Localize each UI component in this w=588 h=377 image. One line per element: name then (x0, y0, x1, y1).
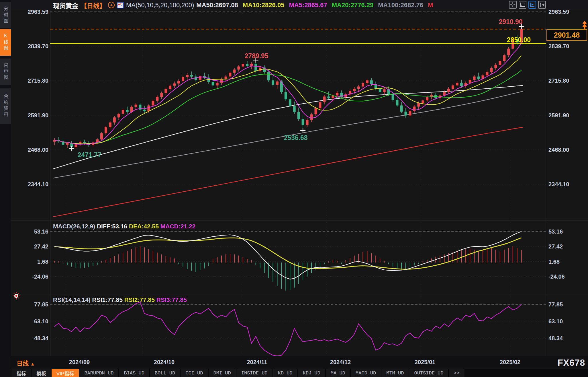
indicator-tab-KD_UD[interactable]: KD_UD (273, 369, 298, 377)
svg-text:27.42: 27.42 (548, 243, 563, 250)
chart-type-icon[interactable] (117, 2, 124, 8)
svg-text:2789.95: 2789.95 (244, 52, 268, 60)
time-axis: 日线 ▲ 2024/092024/102024/112024/122025/01… (11, 356, 588, 369)
indicator-tab-OUTSIDE_UD[interactable]: OUTSIDE_UD (409, 369, 449, 377)
chart-header: 现货黄金 【日线】 + MA(50,10,5,20,100,200) MA50:… (11, 0, 588, 10)
month-label: 2024/12 (330, 359, 351, 366)
brand-watermark: FX678 (558, 358, 585, 368)
indicator-tab-MTM_UD[interactable]: MTM_UD (381, 369, 409, 377)
svg-text:48.34: 48.34 (34, 335, 49, 341)
ma-value: M (428, 1, 433, 9)
svg-text:53.16: 53.16 (34, 228, 48, 235)
indicator-tab-KDJ_UD[interactable]: KDJ_UD (298, 369, 326, 377)
indicator-tab-VIP指标[interactable]: VIP指标 (52, 369, 79, 377)
period-tag[interactable]: 【日线】 (81, 1, 106, 10)
svg-text:2536.68: 2536.68 (284, 134, 307, 141)
svg-text:63.10: 63.10 (34, 318, 48, 324)
svg-text:2468.00: 2468.00 (28, 147, 48, 153)
alert-burst-icon[interactable] (13, 292, 20, 300)
indicator-tab->>[interactable]: >> (449, 369, 465, 377)
svg-text:RSI(14,14,14) RSI1:77.85 RSI2: RSI(14,14,14) RSI1:77.85 RSI2:77.85 RSI3… (53, 296, 187, 303)
svg-text:2910.90: 2910.90 (499, 18, 522, 26)
ma-params-label: MA(50,10,5,20,100,200) (126, 1, 194, 9)
month-label: 2024/10 (154, 359, 175, 366)
ma-value: MA100:2682.76 (378, 1, 423, 9)
svg-text:2591.90: 2591.90 (548, 112, 569, 118)
svg-text:2839.70: 2839.70 (28, 43, 48, 49)
svg-text:53.16: 53.16 (548, 228, 563, 235)
svg-text:2839.70: 2839.70 (548, 43, 569, 49)
svg-text:MACD(26,12,9) DIFF:53.16 DEA:: MACD(26,12,9) DIFF:53.16 DEA:42.55 MACD:… (53, 223, 195, 230)
svg-text:1.68: 1.68 (548, 259, 560, 265)
indicator-tabbar: 指标模板VIP指标BARUPDN_UDBIAS_UDBOLL_UDCCI_UDD… (0, 369, 588, 377)
chart-toolbar (509, 1, 546, 9)
svg-text:77.85: 77.85 (34, 301, 48, 308)
move-crosshair-icon[interactable] (509, 1, 517, 9)
svg-text:-24.06: -24.06 (32, 273, 48, 280)
indicator-tab-指标[interactable]: 指标 (11, 369, 32, 377)
svg-text:77.85: 77.85 (548, 301, 563, 308)
svg-text:-24.06: -24.06 (548, 273, 565, 280)
sidebar-item-label: 闪电图 (0, 63, 11, 81)
pan-right-icon[interactable] (538, 1, 546, 9)
svg-text:27.42: 27.42 (34, 243, 48, 250)
month-label: 2025/01 (415, 359, 435, 366)
sidebar-item-合约资料[interactable]: 合约资料 (0, 88, 11, 124)
axis-play-icon[interactable] (528, 1, 536, 9)
sidebar-item-active-K线图[interactable]: K线图 (0, 29, 11, 56)
ma-value: MA5:2865.67 (289, 1, 327, 9)
instrument-title: 现货黄金 (53, 1, 78, 10)
sidebar-item-label: K线图 (0, 33, 11, 52)
indicator-tab-DMI_UD[interactable]: DMI_UD (209, 369, 236, 377)
svg-text:2471.77: 2471.77 (77, 151, 101, 159)
indicator-tab-BOLL_UD[interactable]: BOLL_UD (150, 369, 181, 377)
indicator-tab-MA_UD[interactable]: MA_UD (326, 369, 351, 377)
svg-text:63.10: 63.10 (548, 318, 563, 324)
indicator-tab-INSIDE_UD[interactable]: INSIDE_UD (236, 369, 273, 377)
svg-text:2715.80: 2715.80 (28, 77, 48, 84)
svg-text:2468.00: 2468.00 (548, 147, 569, 153)
svg-text:1.68: 1.68 (37, 259, 48, 265)
indicator-tab-BARUPDN_UD[interactable]: BARUPDN_UD (79, 369, 119, 377)
indicator-tab-CCI_UD[interactable]: CCI_UD (181, 369, 208, 377)
indicator-tab-MACD_UD[interactable]: MACD_UD (351, 369, 381, 377)
svg-text:2901.48: 2901.48 (554, 31, 580, 39)
svg-text:48.34: 48.34 (548, 335, 563, 341)
trading-app-window: 2963.592963.592839.702839.702715.802715.… (0, 0, 588, 377)
month-label: 2024/11 (247, 359, 267, 366)
svg-text:2715.80: 2715.80 (548, 77, 569, 84)
ma-value: MA20:2776.29 (332, 1, 374, 9)
ma-values-readout: MA50:2697.08MA10:2826.05MA5:2865.67MA20:… (196, 1, 433, 9)
sidebar-item-分时图[interactable]: 分时图 (0, 2, 11, 28)
svg-text:2344.10: 2344.10 (28, 181, 48, 187)
sidebar-item-label: 分时图 (0, 6, 11, 24)
month-label: 2024/09 (69, 359, 90, 366)
axis-scale-icon[interactable] (519, 1, 526, 9)
sidebar-item-label: 合约资料 (0, 94, 11, 118)
indicator-tab-模板[interactable]: 模板 (32, 369, 52, 377)
add-compare-icon[interactable]: + (108, 2, 115, 8)
svg-text:2344.10: 2344.10 (548, 181, 569, 187)
svg-text:2591.90: 2591.90 (28, 112, 48, 118)
indicator-tab-BIAS_UD[interactable]: BIAS_UD (119, 369, 150, 377)
ma-value: MA50:2697.08 (196, 1, 238, 9)
chevron-up-icon: ▲ (30, 362, 35, 366)
timeframe-chip[interactable]: 日线 ▲ (17, 359, 35, 367)
sidebar-item-闪电图[interactable]: 闪电图 (0, 59, 11, 85)
sidebar-chart-modes: 分时图K线图闪电图合约资料 (0, 0, 11, 377)
svg-text:2850.00: 2850.00 (507, 36, 531, 44)
price-chart-canvas[interactable]: 2963.592963.592839.702839.702715.802715.… (0, 0, 588, 377)
ma-value: MA10:2826.05 (243, 1, 285, 9)
month-label: 2025/02 (500, 359, 520, 366)
timeframe-label: 日线 (17, 360, 29, 367)
